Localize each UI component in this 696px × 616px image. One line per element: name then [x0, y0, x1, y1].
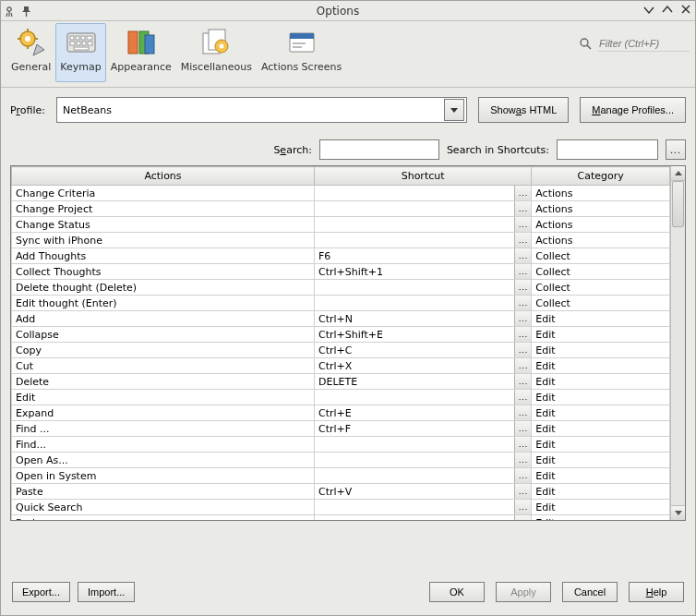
table-row[interactable]: CopyCtrl+C...Edit: [12, 343, 670, 358]
shortcut-more-button[interactable]: ...: [514, 390, 531, 405]
shortcut-more-button[interactable]: ...: [514, 186, 531, 200]
scroll-down-icon[interactable]: [671, 505, 685, 520]
table-row[interactable]: Edit...Edit: [12, 390, 670, 405]
shortcut-cell[interactable]: ...: [314, 233, 531, 248]
action-cell: Quick Search: [12, 500, 315, 515]
shortcut-cell[interactable]: Ctrl+C...: [314, 343, 531, 358]
chevron-down-icon[interactable]: [444, 99, 464, 121]
shortcut-more-button[interactable]: ...: [514, 248, 531, 263]
table-row[interactable]: DeleteDELETE...Edit: [12, 374, 670, 390]
tab-keymap[interactable]: Keymap: [55, 23, 105, 82]
table-row[interactable]: PasteCtrl+V...Edit: [12, 484, 670, 500]
col-shortcut[interactable]: Shortcut: [314, 167, 531, 186]
tab-actions-screens[interactable]: Actions Screens: [257, 23, 346, 82]
table-scrollbar[interactable]: [670, 166, 685, 520]
col-category[interactable]: Category: [532, 167, 670, 186]
shortcut-more-button[interactable]: ...: [514, 515, 531, 520]
shortcut-cell[interactable]: ...: [314, 515, 531, 521]
table-row[interactable]: CollapseCtrl+Shift+E...Edit: [12, 327, 670, 343]
shortcut-cell[interactable]: Ctrl+X...: [314, 358, 531, 374]
scroll-thumb[interactable]: [672, 181, 684, 227]
shortcut-more-button[interactable]: ...: [514, 437, 531, 452]
shortcut-more-button[interactable]: ...: [514, 233, 531, 248]
table-row[interactable]: Open As......Edit: [12, 453, 670, 468]
shortcut-more-button[interactable]: ...: [514, 468, 531, 483]
import-button[interactable]: Import...: [78, 582, 135, 602]
shortcut-cell[interactable]: DELETE...: [314, 374, 531, 390]
table-row[interactable]: Change Criteria...Actions: [12, 186, 670, 201]
profile-dropdown[interactable]: NetBeans: [56, 97, 467, 123]
table-row[interactable]: AddCtrl+N...Edit: [12, 311, 670, 327]
shortcut-more-button[interactable]: ...: [514, 327, 531, 342]
shortcut-cell[interactable]: ...: [314, 500, 531, 515]
shortcut-cell[interactable]: Ctrl+Shift+1...: [314, 264, 531, 280]
scroll-up-icon[interactable]: [671, 166, 685, 181]
table-row[interactable]: Change Project...Actions: [12, 201, 670, 217]
shortcut-cell[interactable]: Ctrl+V...: [314, 484, 531, 500]
shortcut-more-button[interactable]: ...: [514, 343, 531, 357]
shortcut-cell[interactable]: Ctrl+N...: [314, 311, 531, 327]
table-row[interactable]: Add ThoughtsF6...Collect: [12, 248, 670, 264]
shortcut-more-button[interactable]: ...: [514, 311, 531, 326]
shortcut-cell[interactable]: ...: [314, 217, 531, 233]
col-actions[interactable]: Actions: [12, 167, 315, 186]
table-row[interactable]: Quick Search...Edit: [12, 500, 670, 515]
filter-input[interactable]: [597, 35, 690, 52]
shortcut-more-button[interactable]: ...: [514, 358, 531, 373]
tab-appearance[interactable]: Appearance: [106, 23, 176, 82]
table-row[interactable]: Find......Edit: [12, 437, 670, 453]
app-menu-icon[interactable]: [5, 6, 16, 17]
table-row[interactable]: Collect ThoughtsCtrl+Shift+1...Collect: [12, 264, 670, 280]
shortcut-more-button[interactable]: ...: [514, 280, 531, 295]
shortcut-cell[interactable]: ...: [314, 186, 531, 201]
table-row[interactable]: Sync with iPhone...Actions: [12, 233, 670, 248]
tab-miscellaneous[interactable]: Miscellaneous: [176, 23, 257, 82]
pin-icon[interactable]: [21, 6, 32, 17]
table-row[interactable]: Change Status...Actions: [12, 217, 670, 233]
shortcut-cell[interactable]: Ctrl+E...: [314, 405, 531, 421]
table-row[interactable]: CutCtrl+X...Edit: [12, 358, 670, 374]
shortcut-cell[interactable]: ...: [314, 437, 531, 453]
table-row[interactable]: Redo...Edit: [12, 515, 670, 521]
shortcut-cell[interactable]: ...: [314, 468, 531, 484]
help-button[interactable]: Help: [629, 582, 684, 602]
minimize-icon[interactable]: [643, 4, 654, 18]
shortcut-more-button[interactable]: ...: [514, 500, 531, 514]
close-icon[interactable]: [680, 4, 691, 18]
apply-button[interactable]: Apply: [496, 582, 551, 602]
shortcut-cell[interactable]: F6...: [314, 248, 531, 264]
shortcut-more-button[interactable]: ...: [514, 296, 531, 310]
manage-profiles-button[interactable]: Manage Profiles...: [580, 97, 686, 123]
table-row[interactable]: Edit thought (Enter)...Collect: [12, 296, 670, 311]
shortcut-cell[interactable]: ...: [314, 201, 531, 217]
table-row[interactable]: Find ...Ctrl+F...Edit: [12, 421, 670, 437]
shortcut-more-button[interactable]: ...: [514, 201, 531, 216]
search-shortcuts-input[interactable]: [557, 139, 658, 160]
shortcut-more-button[interactable]: ...: [514, 264, 531, 279]
search-input[interactable]: [319, 139, 439, 160]
shortcut-cell[interactable]: Ctrl+F...: [314, 421, 531, 437]
shortcut-cell[interactable]: ...: [314, 296, 531, 311]
shortcut-more-button[interactable]: ...: [514, 484, 531, 499]
shortcut-cell[interactable]: Ctrl+Shift+E...: [314, 327, 531, 343]
shortcut-more-button[interactable]: ...: [514, 453, 531, 467]
shortcut-more-button[interactable]: ...: [514, 421, 531, 436]
table-row[interactable]: Open in System...Edit: [12, 468, 670, 484]
shortcut-cell[interactable]: ...: [314, 453, 531, 468]
category-cell: Edit: [532, 437, 670, 453]
table-row[interactable]: ExpandCtrl+E...Edit: [12, 405, 670, 421]
shortcut-cell[interactable]: ...: [314, 280, 531, 296]
shortcut-more-button[interactable]: ...: [514, 374, 531, 389]
export-button[interactable]: Export...: [12, 582, 70, 602]
shortcut-more-button[interactable]: ...: [514, 405, 531, 420]
ok-button[interactable]: OK: [429, 582, 485, 602]
maximize-icon[interactable]: [662, 4, 673, 18]
shortcut-cell[interactable]: ...: [314, 390, 531, 405]
cancel-button[interactable]: Cancel: [562, 582, 618, 602]
table-row[interactable]: Delete thought (Delete)...Collect: [12, 280, 670, 296]
shortcut-more-button[interactable]: ...: [514, 217, 531, 232]
tab-general[interactable]: General: [6, 23, 55, 82]
search-shortcuts-more-button[interactable]: [666, 139, 686, 160]
action-cell: Change Project: [12, 201, 315, 217]
show-as-html-button[interactable]: Show as HTML: [478, 97, 569, 123]
